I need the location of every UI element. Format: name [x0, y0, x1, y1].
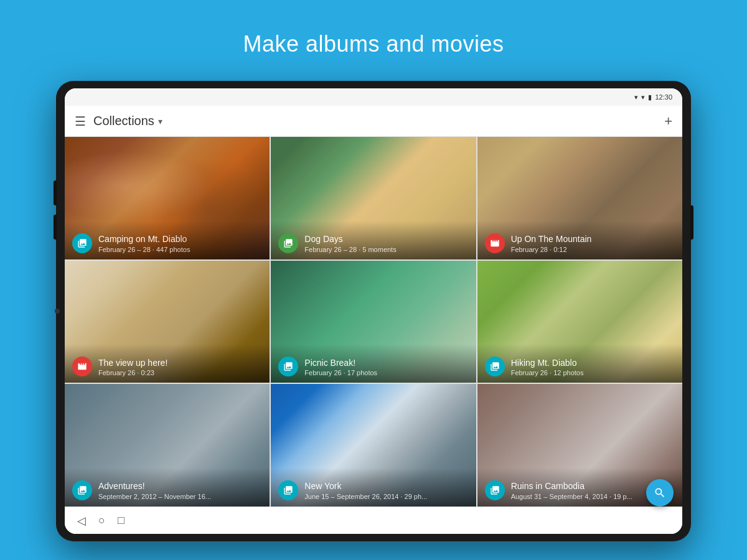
add-button[interactable]: + — [664, 113, 672, 129]
front-camera — [55, 309, 60, 314]
item-subtitle: February 26 – 28 · 447 photos — [98, 246, 262, 253]
item-subtitle: February 26 · 17 photos — [304, 369, 468, 376]
grid-item-newyork[interactable]: New York June 15 – September 26, 2014 · … — [271, 384, 476, 506]
back-button[interactable]: ◁ — [77, 514, 86, 528]
tablet-screen: ▾ ▾ ▮ 12:30 ☰ Collections ▾ + Camping on… — [65, 88, 682, 534]
item-text-info: Up On The Mountain February 28 · 0:12 — [511, 234, 675, 253]
signal-icon: ▾ — [634, 93, 638, 101]
item-text-info: The view up here! February 26 · 0:23 — [98, 358, 262, 377]
item-info-overlay: Adventures! September 2, 2012 – November… — [65, 468, 270, 506]
grid-item-camping[interactable]: Camping on Mt. Diablo February 26 – 28 ·… — [65, 137, 270, 259]
dropdown-arrow-icon[interactable]: ▾ — [158, 116, 162, 126]
collections-grid: Camping on Mt. Diablo February 26 – 28 ·… — [65, 137, 682, 506]
item-text-info: Hiking Mt. Diablo February 26 · 12 photo… — [511, 358, 675, 377]
grid-item-viewhere[interactable]: The view up here! February 26 · 0:23 — [65, 261, 270, 383]
item-title: Up On The Mountain — [511, 234, 675, 245]
home-button[interactable]: ○ — [98, 514, 105, 527]
grid-item-adventures[interactable]: Adventures! September 2, 2012 – November… — [65, 384, 270, 506]
item-info-overlay: Dog Days February 26 – 28 · 5 moments — [271, 221, 476, 259]
search-icon — [654, 487, 666, 499]
item-text-info: Picnic Break! February 26 · 17 photos — [304, 358, 468, 377]
item-text-info: Dog Days February 26 – 28 · 5 moments — [304, 234, 468, 253]
item-text-info: Camping on Mt. Diablo February 26 – 28 ·… — [98, 234, 262, 253]
album-icon-badge — [278, 233, 298, 253]
grid-item-mountain[interactable]: Up On The Mountain February 28 · 0:12 — [477, 137, 682, 259]
item-text-info: Adventures! September 2, 2012 – November… — [98, 481, 262, 500]
album-icon-badge — [278, 480, 298, 500]
volume-up-button[interactable] — [54, 180, 57, 205]
item-title: Camping on Mt. Diablo — [98, 234, 262, 245]
item-subtitle: February 28 · 0:12 — [511, 246, 675, 253]
bottom-navigation: ◁ ○ □ — [65, 506, 682, 534]
item-subtitle: February 26 · 0:23 — [98, 369, 262, 376]
item-subtitle: June 15 – September 26, 2014 · 29 ph... — [304, 493, 468, 500]
tablet-device: ▾ ▾ ▮ 12:30 ☰ Collections ▾ + Camping on… — [56, 81, 691, 541]
grid-item-hiking[interactable]: Hiking Mt. Diablo February 26 · 12 photo… — [477, 261, 682, 383]
item-title: Picnic Break! — [304, 358, 468, 368]
grid-item-picnic[interactable]: Picnic Break! February 26 · 17 photos — [271, 261, 476, 383]
item-subtitle: September 2, 2012 – November 16... — [98, 493, 262, 500]
photo-overlay — [65, 137, 270, 259]
item-info-overlay: New York June 15 – September 26, 2014 · … — [271, 468, 476, 506]
battery-icon: ▮ — [648, 93, 652, 101]
movie-icon-badge — [485, 233, 505, 253]
album-icon-badge — [278, 357, 298, 376]
album-icon-badge — [485, 357, 505, 376]
page-headline: Make albums and movies — [0, 0, 747, 76]
item-title: Hiking Mt. Diablo — [511, 358, 675, 368]
album-icon-badge — [72, 233, 92, 253]
clock: 12:30 — [655, 93, 672, 101]
recents-button[interactable]: □ — [118, 514, 125, 527]
item-title: Dog Days — [304, 234, 468, 245]
item-text-info: New York June 15 – September 26, 2014 · … — [304, 481, 468, 500]
item-subtitle: February 26 – 28 · 5 moments — [304, 246, 468, 253]
app-title: Collections ▾ — [93, 114, 162, 128]
volume-down-button[interactable] — [54, 215, 57, 240]
power-button[interactable] — [690, 205, 693, 240]
album-icon-badge — [485, 480, 505, 500]
item-info-overlay: Camping on Mt. Diablo February 26 – 28 ·… — [65, 221, 270, 259]
album-icon-badge — [72, 480, 92, 500]
item-subtitle: February 26 · 12 photos — [511, 369, 675, 376]
item-title: The view up here! — [98, 358, 262, 368]
item-info-overlay: Hiking Mt. Diablo February 26 · 12 photo… — [477, 344, 682, 383]
item-info-overlay: Up On The Mountain February 28 · 0:12 — [477, 221, 682, 259]
item-title: Adventures! — [98, 481, 262, 492]
hamburger-menu-icon[interactable]: ☰ — [75, 114, 86, 129]
item-info-overlay: The view up here! February 26 · 0:23 — [65, 344, 270, 383]
status-icons: ▾ ▾ ▮ 12:30 — [634, 93, 672, 101]
movie-icon-badge — [72, 357, 92, 376]
app-bar: ☰ Collections ▾ + — [65, 106, 682, 137]
wifi-icon: ▾ — [641, 93, 645, 101]
collections-label: Collections — [93, 114, 154, 128]
search-fab[interactable] — [646, 479, 674, 506]
item-info-overlay: Picnic Break! February 26 · 17 photos — [271, 344, 476, 383]
status-bar: ▾ ▾ ▮ 12:30 — [65, 88, 682, 106]
item-title: New York — [304, 481, 468, 492]
grid-item-dogdays[interactable]: Dog Days February 26 – 28 · 5 moments — [271, 137, 476, 259]
